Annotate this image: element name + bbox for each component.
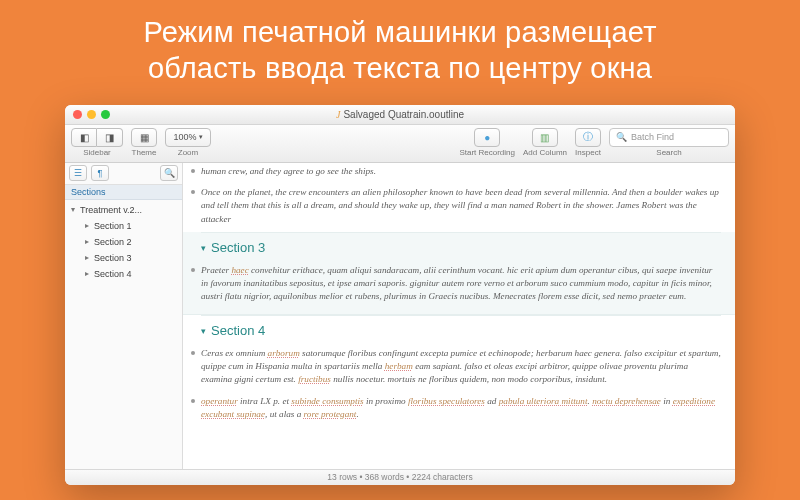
inspect-group: ⓘ Inspect [575,128,601,157]
zoom-window-icon[interactable] [101,110,110,119]
section-heading[interactable]: ▾Section 3 [201,232,721,262]
tree-item[interactable]: ▸Section 2 [65,234,182,250]
search-placeholder: Batch Find [631,132,674,142]
panel-left-icon: ◧ [80,132,89,143]
sidebar: ☰ ¶ 🔍 Sections ▾Treatment v.2... ▸Sectio… [65,163,183,469]
theme-icon: ▦ [140,132,149,143]
tree-item[interactable]: ▸Section 3 [65,250,182,266]
close-icon[interactable] [73,110,82,119]
sidebar-toggle-group: ◧ ◨ Sidebar [71,128,123,157]
tree-item[interactable]: ▸Section 4 [65,266,182,282]
headline-line-2: область ввода текста по центру окна [30,50,770,86]
paragraph[interactable]: Ceras ex omnium arborum satorumque flori… [201,345,721,393]
paragraph[interactable]: operantur intra LX p. et subinde consump… [201,393,721,428]
sections-tree: ▾Treatment v.2... ▸Section 1 ▸Section 2 … [65,200,182,284]
spelling-underline: rore protegant [304,409,357,419]
disclosure-triangle-icon[interactable]: ▾ [201,325,206,338]
paragraph[interactable]: Once on the planet, the crew encounters … [201,184,721,232]
zoom-dropdown[interactable]: 100% ▾ [165,128,211,147]
titlebar[interactable]: JSalvaged Quatrain.ooutline [65,105,735,125]
spelling-underline: herbam [385,361,413,371]
info-icon: ⓘ [583,130,593,144]
zoom-group: 100% ▾ Zoom [165,128,211,157]
spelling-underline: pabula ulteriora mittunt [499,396,588,406]
microphone-icon: ● [484,132,490,143]
zoom-label: Zoom [178,148,198,157]
disclosure-triangle-icon[interactable]: ▸ [83,237,91,246]
tree-root[interactable]: ▾Treatment v.2... [65,202,182,218]
search-input[interactable]: 🔍 Batch Find [609,128,729,147]
sidebar-toggle-left[interactable]: ◧ [71,128,97,147]
search-label: Search [656,148,681,157]
window-title: JSalvaged Quatrain.ooutline [65,109,735,120]
disclosure-triangle-icon[interactable]: ▾ [69,205,77,214]
chevron-down-icon: ▾ [199,133,203,141]
toolbar: ◧ ◨ Sidebar ▦ Theme 100% ▾ Zoom ● Start … [65,125,735,163]
tree-item[interactable]: ▸Section 1 [65,218,182,234]
spelling-underline: noctu deprehensae [592,396,661,406]
search-icon: 🔍 [616,132,627,142]
paragraph[interactable]: Praeter haec convehitur erithace, quam a… [201,262,721,310]
add-column-button[interactable]: ▥ [532,128,558,147]
record-label: Start Recording [459,148,515,157]
sidebar-toggle-right[interactable]: ◨ [97,128,123,147]
spelling-underline: operantur [201,396,238,406]
inspect-label: Inspect [575,148,601,157]
headline-line-1: Режим печатной машинки размещает [30,14,770,50]
inspect-button[interactable]: ⓘ [575,128,601,147]
traffic-lights [65,110,110,119]
disclosure-triangle-icon[interactable]: ▸ [83,269,91,278]
window-body: ☰ ¶ 🔍 Sections ▾Treatment v.2... ▸Sectio… [65,163,735,469]
editor-pane[interactable]: human crew, and they agree to go see the… [183,163,735,469]
spelling-underline: floribus speculatores [408,396,485,406]
disclosure-triangle-icon[interactable]: ▸ [83,221,91,230]
spelling-underline: fructibus [298,374,331,384]
sidebar-label: Sidebar [83,148,111,157]
add-column-label: Add Column [523,148,567,157]
theme-group: ▦ Theme [131,128,157,157]
search-group: 🔍 Batch Find Search [609,128,729,157]
status-bar: 13 rows • 368 words • 2224 characters [65,469,735,485]
spelling-underline: arborum [268,348,300,358]
start-recording-button[interactable]: ● [474,128,500,147]
add-column-icon: ▥ [540,132,549,143]
outline-view-icon[interactable]: ☰ [69,165,87,181]
theme-label: Theme [132,148,157,157]
status-text: 13 rows • 368 words • 2224 characters [327,472,472,482]
panel-right-icon: ◨ [105,132,114,143]
disclosure-triangle-icon[interactable]: ▾ [201,242,206,255]
disclosure-triangle-icon[interactable]: ▸ [83,253,91,262]
filter-icon[interactable]: 🔍 [160,165,178,181]
app-window: JSalvaged Quatrain.ooutline ◧ ◨ Sidebar … [65,105,735,485]
spelling-underline: subinde consumptis [291,396,363,406]
paragraph[interactable]: human crew, and they agree to go see the… [201,163,721,184]
record-group: ● Start Recording [459,128,515,157]
section-heading[interactable]: ▾Section 4 [201,315,721,345]
sections-header: Sections [65,185,182,200]
theme-button[interactable]: ▦ [131,128,157,147]
section-block: ▾Section 3 Praeter haec convehitur erith… [183,232,735,315]
minimize-icon[interactable] [87,110,96,119]
spelling-underline: haec [231,265,248,275]
add-column-group: ▥ Add Column [523,128,567,157]
marketing-headline: Режим печатной машинки размещает область… [0,0,800,105]
sidebar-tools: ☰ ¶ 🔍 [65,163,182,185]
styles-view-icon[interactable]: ¶ [91,165,109,181]
